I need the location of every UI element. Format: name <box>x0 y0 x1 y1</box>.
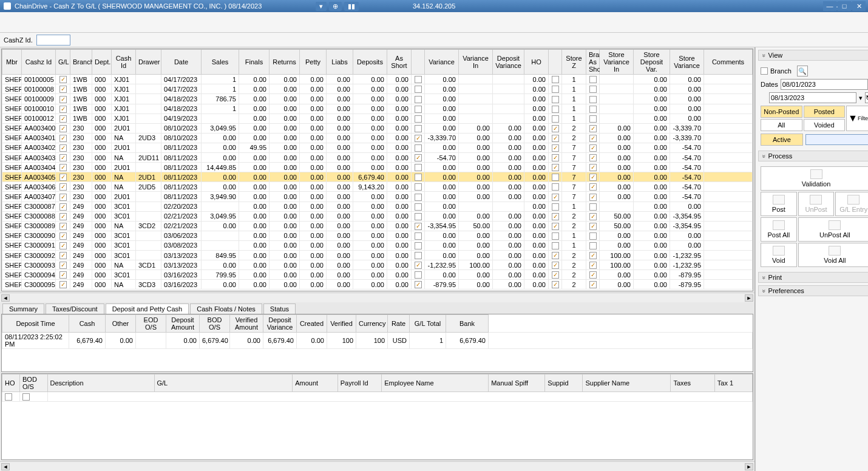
detail-col-header[interactable]: BOD O/S <box>200 315 230 333</box>
col-header[interactable]: HO <box>524 50 549 75</box>
detail-col-header[interactable]: G/L Total <box>410 315 446 333</box>
checkbox[interactable] <box>415 213 422 220</box>
branch-checkbox[interactable] <box>761 67 768 75</box>
checkbox[interactable] <box>59 213 67 220</box>
void-button[interactable]: Void <box>761 243 797 267</box>
checkbox[interactable] <box>552 203 559 211</box>
checkbox[interactable] <box>589 154 597 161</box>
checkbox[interactable] <box>552 262 559 269</box>
checkbox[interactable] <box>59 242 67 249</box>
table-row[interactable]: SHERAA003406230000NA2UD508/11/20230.000.… <box>2 182 753 192</box>
checkbox[interactable] <box>589 271 597 279</box>
bottom-col-header[interactable]: Tax 1 <box>714 374 752 392</box>
col-header[interactable]: Branch As Short <box>586 50 600 75</box>
checkbox[interactable] <box>589 115 597 123</box>
checkbox[interactable] <box>589 125 597 132</box>
checkbox[interactable] <box>415 232 422 240</box>
checkbox[interactable] <box>589 76 597 83</box>
tab-deposit-and-petty-cash[interactable]: Deposit and Petty Cash <box>106 303 189 314</box>
detail-col-header[interactable]: Deposit Amount <box>166 315 200 333</box>
active-toggle[interactable]: Active <box>761 134 803 146</box>
table-row[interactable]: SHERAA003405230000NA2UD108/11/20230.000.… <box>2 172 753 182</box>
scroll-right-icon[interactable]: ► <box>745 294 753 302</box>
view-panel-header[interactable]: View <box>758 50 868 61</box>
col-header[interactable]: Deposit Variance <box>493 50 524 75</box>
gl-entry-button[interactable]: G/L Entry <box>835 192 868 216</box>
bottom-col-header[interactable]: Manual Spiff <box>489 374 545 392</box>
col-header[interactable]: Date <box>161 50 202 75</box>
bottom-scrollbar[interactable]: ◄ ► <box>0 461 754 471</box>
checkbox[interactable] <box>589 232 597 240</box>
checkbox[interactable] <box>415 106 422 113</box>
col-header[interactable]: Returns <box>270 50 300 75</box>
active-count-input[interactable] <box>805 134 868 145</box>
detail-col-header[interactable]: Bank <box>446 315 489 333</box>
col-header[interactable] <box>549 50 562 75</box>
checkbox[interactable] <box>589 213 597 220</box>
signal-icon[interactable]: ▮▮ <box>344 2 359 11</box>
tab-status[interactable]: Status <box>263 303 296 314</box>
checkbox[interactable] <box>415 183 422 191</box>
detail-col-header[interactable]: Currency <box>356 315 388 333</box>
pin-icon[interactable]: ⊕ <box>329 2 342 11</box>
close-icon[interactable]: ✕ <box>852 1 866 11</box>
col-header[interactable]: Dept. <box>92 50 112 75</box>
deposit-detail-grid[interactable]: Deposit TimeCashOtherEOD O/SDeposit Amou… <box>1 314 753 372</box>
unpost-button[interactable]: UnPost <box>798 192 835 216</box>
checkbox[interactable] <box>415 242 422 249</box>
unpost-all-button[interactable]: UnPost All <box>798 217 868 242</box>
table-row[interactable]: SHERC30000872490003C0102/20/20230.000.00… <box>2 202 753 211</box>
detail-col-header[interactable]: Cash <box>69 315 106 333</box>
checkbox[interactable] <box>552 174 559 181</box>
checkbox[interactable] <box>552 154 559 161</box>
checkbox[interactable] <box>415 86 422 93</box>
checkbox[interactable] <box>589 174 597 181</box>
process-panel-header[interactable]: Process <box>758 151 868 161</box>
col-header[interactable]: Branch <box>70 50 92 75</box>
ho-checkbox[interactable] <box>5 393 12 401</box>
checkbox[interactable] <box>59 86 67 93</box>
col-header[interactable]: Variance <box>425 50 459 75</box>
col-header[interactable]: Petty <box>300 50 327 75</box>
checkbox[interactable] <box>552 213 559 220</box>
checkbox[interactable] <box>59 232 67 240</box>
table-row[interactable]: SHER001000101WB000XJ0104/18/202310.000.0… <box>2 104 753 114</box>
date-from-input[interactable] <box>781 79 868 90</box>
print-panel-header[interactable]: Print <box>758 272 868 283</box>
cashz-id-input[interactable] <box>36 35 70 46</box>
checkbox[interactable] <box>415 252 422 259</box>
bottom-col-header[interactable]: HO <box>2 374 20 392</box>
checkbox[interactable] <box>415 144 422 152</box>
checkbox[interactable] <box>589 164 597 171</box>
checkbox[interactable] <box>59 262 67 269</box>
checkbox[interactable] <box>589 86 597 93</box>
table-row[interactable]: SHERC3000093249000NA3CD103/13/20230.000.… <box>2 260 753 270</box>
checkbox[interactable] <box>552 223 559 230</box>
checkbox[interactable] <box>59 115 67 123</box>
detail-col-header[interactable]: EOD O/S <box>136 315 166 333</box>
checkbox[interactable] <box>589 96 597 103</box>
posted-toggle[interactable]: Posted <box>804 106 846 118</box>
checkbox[interactable] <box>59 281 67 288</box>
bottom-col-header[interactable]: Payroll Id <box>337 374 381 392</box>
checkbox[interactable] <box>415 96 422 103</box>
nonposted-toggle[interactable]: Non-Posted <box>761 106 802 118</box>
checkbox[interactable] <box>589 252 597 259</box>
checkbox[interactable] <box>552 135 559 142</box>
checkbox[interactable] <box>552 271 559 279</box>
checkbox[interactable] <box>59 144 67 152</box>
voided-toggle[interactable]: Voided <box>804 119 846 131</box>
table-row[interactable]: SHER001000051WB000XJ0104/17/202310.000.0… <box>2 75 753 84</box>
checkbox[interactable] <box>59 183 67 191</box>
checkbox[interactable] <box>589 223 597 230</box>
branch-search-icon[interactable]: 🔍 <box>797 66 808 76</box>
minimize-icon[interactable]: — <box>823 1 836 11</box>
checkbox[interactable] <box>589 183 597 191</box>
col-header[interactable]: Liabs <box>327 50 353 75</box>
table-row[interactable]: SHERC30000902490003C0103/06/20230.000.00… <box>2 231 753 240</box>
col-header[interactable]: Cash Id <box>112 50 136 75</box>
detail-col-header[interactable]: Deposit Time <box>2 315 69 333</box>
void-all-button[interactable]: Void All <box>798 243 868 267</box>
checkbox[interactable] <box>552 76 559 83</box>
col-header[interactable]: Sales <box>202 50 239 75</box>
